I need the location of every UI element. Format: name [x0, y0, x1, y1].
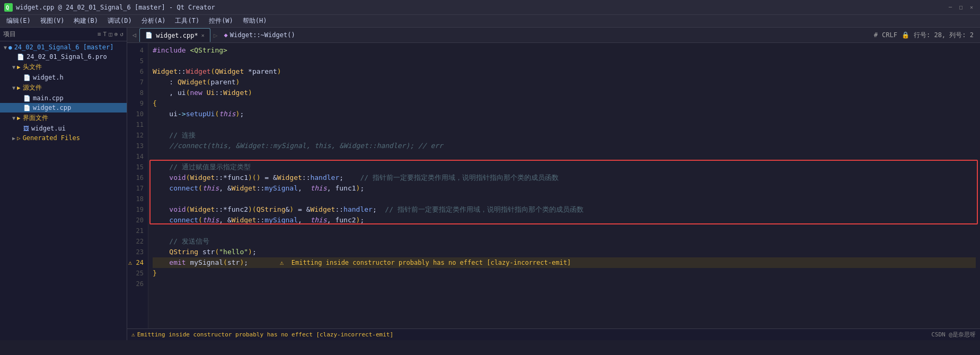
minimize-button[interactable]: ─ — [946, 3, 955, 12]
line-num-22: 22 — [127, 236, 144, 247]
code-line-22: // 发送信号 — [153, 236, 976, 247]
sidebar-item-generated[interactable]: ▶ ▷ Generated Files — [0, 133, 127, 143]
menu-debug[interactable]: 调试(D) — [103, 15, 136, 27]
code-line-6: Widget::Widget(QWidget *parent) — [153, 66, 976, 77]
sidebar-item-project[interactable]: ▼ ● 24_02_01_Signal_6 [master] — [0, 42, 127, 52]
breadcrumb-function[interactable]: ◆ Widget::~Widget() — [220, 31, 299, 39]
generated-label: Generated Files — [23, 134, 80, 142]
tree-arrow-forms: ▼ — [11, 115, 17, 121]
code-line-21 — [153, 226, 976, 236]
line-num-5: 5 — [127, 56, 144, 66]
maximize-button[interactable]: □ — [957, 3, 965, 12]
code-line-25: } — [153, 268, 976, 279]
tree-arrow-headers: ▼ — [11, 64, 17, 70]
code-line-13: //connect(this, &Widget::mySignal, this,… — [153, 141, 976, 151]
sidebar-item-forms[interactable]: ▼ ▶ 界面文件 — [0, 112, 127, 124]
code-line-9: { — [153, 98, 976, 109]
generated-folder-icon: ▷ — [17, 135, 21, 142]
warning-message: Emitting inside constructor probably has… — [137, 331, 393, 338]
sidebar-tree: ▼ ● 24_02_01_Signal_6 [master] 📄 24_02_0… — [0, 41, 127, 340]
code-line-20: connect(this, &Widget::mySignal, this, f… — [153, 215, 976, 226]
line-num-23: 23 — [127, 247, 144, 257]
code-line-24: emit mySignal(str); ⚠ Emitting inside co… — [153, 257, 976, 268]
menu-controls[interactable]: 控件(W) — [205, 15, 237, 27]
sidebar-type-icon[interactable]: T — [103, 31, 107, 38]
line-num-4: 4 — [127, 45, 144, 56]
widget-ui-icon: 🖼 — [23, 125, 29, 132]
tab-bar: ◁ 📄 widget.cpp* ✕ ▷ ◆ Widget::~Widget() — [129, 28, 299, 42]
sidebar-filter-icon[interactable]: ≡ — [98, 31, 101, 38]
menu-analyze[interactable]: 分析(A) — [137, 15, 170, 27]
line-numbers: 4 5 6 7 8 9 10 11 12 13 14 15 16 17 18 1… — [127, 43, 148, 328]
tree-arrow-project: ▼ — [2, 45, 8, 50]
status-bar: ⚠ Emitting inside constructor probably h… — [127, 328, 980, 340]
line-num-26: 26 — [127, 279, 144, 289]
line-num-20: 20 — [127, 215, 144, 226]
sidebar-split-icon[interactable]: ◫ — [109, 31, 112, 38]
breadcrumb-sep: ▷ — [211, 31, 220, 39]
close-button[interactable]: ✕ — [967, 3, 976, 12]
tree-arrow-sources: ▼ — [11, 85, 17, 91]
main-layout: 项目 ≡ T ◫ ⊕ ↺ ▼ ● 24_02_01_Signal_6 [mast… — [0, 28, 980, 340]
menu-bar: 编辑(E) 视图(V) 构建(B) 调试(D) 分析(A) 工具(T) 控件(W… — [0, 15, 980, 28]
menu-build[interactable]: 构建(B) — [69, 15, 102, 27]
code-line-17: connect(this, &Widget::mySignal, this, f… — [153, 183, 976, 194]
menu-edit[interactable]: 编辑(E) — [2, 15, 35, 27]
status-warning: ⚠ Emitting inside constructor probably h… — [131, 331, 393, 338]
code-line-12: // 连接 — [153, 130, 976, 141]
forms-label: 界面文件 — [23, 114, 48, 123]
menu-view[interactable]: 视图(V) — [36, 15, 69, 27]
status-right: CSDN @是奈思呀 — [931, 331, 976, 339]
widget-cpp-icon: 📄 — [23, 105, 31, 111]
line-num-15: 15 — [127, 162, 144, 172]
code-line-4: #include <QString> — [153, 45, 976, 56]
line-num-17: 17 — [127, 183, 144, 194]
sidebar-item-widget-ui[interactable]: 🖼 widget.ui — [0, 124, 127, 133]
code-line-5 — [153, 56, 976, 66]
tab-nav-left[interactable]: ◁ — [129, 31, 139, 39]
menu-tools[interactable]: 工具(T) — [171, 15, 204, 27]
forms-folder-icon: ▶ — [17, 115, 21, 122]
code-line-16: void(Widget::*func1)() = &Widget::handle… — [153, 172, 976, 183]
code-line-11 — [153, 119, 976, 130]
editor-content[interactable]: 4 5 6 7 8 9 10 11 12 13 14 15 16 17 18 1… — [127, 43, 980, 328]
sidebar-header-icons: ≡ T ◫ ⊕ ↺ — [98, 31, 123, 38]
sidebar-item-pro[interactable]: 📄 24_02_01_Signal_6.pro — [0, 52, 127, 62]
tree-arrow-widget-h — [17, 75, 23, 81]
line-num-18: 18 — [127, 194, 144, 204]
sidebar-add-icon[interactable]: ⊕ — [114, 31, 118, 38]
encoding-label: CRLF — [882, 31, 897, 39]
code-line-15: // 通过赋值显示指定类型 — [153, 162, 976, 172]
sidebar-refresh-icon[interactable]: ↺ — [120, 31, 123, 38]
line-num-12: 12 — [127, 130, 144, 141]
tree-arrow-widget-cpp — [17, 105, 23, 111]
headers-label: 头文件 — [23, 63, 42, 72]
code-line-23: QString str("hello"); — [153, 247, 976, 257]
title-bar-left: Q widget.cpp @ 24_02_01_Signal_6 [master… — [4, 3, 215, 12]
tab-label: widget.cpp* — [156, 32, 198, 39]
position-label: 行号: 28, 列号: 2 — [914, 31, 974, 40]
sidebar-item-widget-cpp[interactable]: 📄 widget.cpp — [0, 103, 127, 112]
tree-arrow-generated: ▶ — [11, 135, 17, 141]
tab-close-icon[interactable]: ✕ — [201, 32, 205, 38]
code-line-14 — [153, 151, 976, 162]
code-line-26 — [153, 279, 976, 289]
sidebar-item-main-cpp[interactable]: 📄 main.cpp — [0, 93, 127, 103]
line-num-8: 8 — [127, 88, 144, 98]
warning-icon: ⚠ — [131, 331, 135, 338]
sidebar-header: 项目 ≡ T ◫ ⊕ ↺ — [0, 28, 127, 41]
sidebar-item-sources[interactable]: ▼ ▶ 源文件 — [0, 82, 127, 93]
line-num-13: 13 — [127, 141, 144, 151]
tree-arrow-pro — [11, 54, 17, 60]
sources-folder-icon: ▶ — [17, 84, 21, 91]
title-bar-controls[interactable]: ─ □ ✕ — [946, 3, 976, 12]
project-label: 24_02_01_Signal_6 [master] — [14, 44, 114, 51]
svg-text:Q: Q — [6, 5, 9, 11]
sidebar-item-widget-h[interactable]: 📄 widget.h — [0, 73, 127, 82]
widget-cpp-tab[interactable]: 📄 widget.cpp* ✕ — [139, 28, 210, 42]
pro-file-icon: 📄 — [17, 54, 24, 60]
menu-help[interactable]: 帮助(H) — [239, 15, 271, 27]
line-num-7: 7 — [127, 77, 144, 88]
sidebar-item-headers[interactable]: ▼ ▶ 头文件 — [0, 62, 127, 73]
code-area[interactable]: #include <QString> Widget::Widget(QWidge… — [148, 43, 980, 328]
